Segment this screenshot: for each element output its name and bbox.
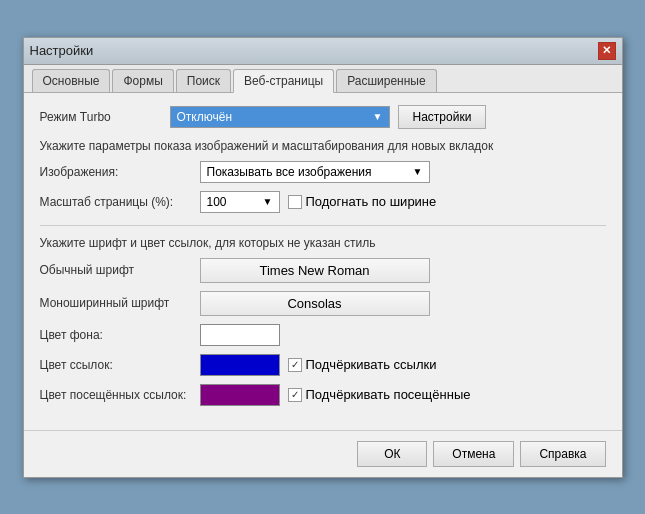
tab-forms[interactable]: Формы [112,69,173,92]
bg-color-row: Цвет фона: [40,324,606,346]
images-label: Изображения: [40,165,200,179]
tab-webpages[interactable]: Веб-страницы [233,69,334,93]
ok-button[interactable]: ОК [357,441,427,467]
tab-main[interactable]: Основные [32,69,111,92]
turbo-combo[interactable]: Отключён ▼ [170,106,390,128]
images-section: Укажите параметры показа изображений и м… [40,139,606,213]
dialog: Настройки ✕ Основные Формы Поиск Веб-стр… [23,37,623,478]
mono-font-label: Моноширинный шрифт [40,296,200,310]
images-section-description: Укажите параметры показа изображений и м… [40,139,606,153]
underline-links-row: Подчёркивать ссылки [288,357,437,372]
tab-search[interactable]: Поиск [176,69,231,92]
tab-advanced[interactable]: Расширенные [336,69,437,92]
close-button[interactable]: ✕ [598,42,616,60]
bg-color-picker[interactable] [200,324,280,346]
underline-visited-checkbox[interactable] [288,388,302,402]
title-bar: Настройки ✕ [24,38,622,65]
fit-label: Подогнать по ширине [306,194,437,209]
turbo-arrow-icon: ▼ [373,111,383,122]
cancel-button[interactable]: Отмена [433,441,514,467]
help-button[interactable]: Справка [520,441,605,467]
fit-checkbox-row: Подогнать по ширине [288,194,437,209]
link-color-picker[interactable] [200,354,280,376]
link-color-label: Цвет ссылок: [40,358,200,372]
turbo-label: Режим Turbo [40,110,170,124]
underline-links-checkbox[interactable] [288,358,302,372]
content-area: Режим Turbo Отключён ▼ Настройки Укажите… [24,93,622,430]
scale-label: Масштаб страницы (%): [40,195,200,209]
visited-color-label: Цвет посещённых ссылок: [40,388,200,402]
images-value: Показывать все изображения [207,165,413,179]
fonts-section: Укажите шрифт и цвет ссылок, для которых… [40,236,606,406]
scale-combo[interactable]: 100 ▼ [200,191,280,213]
mono-font-button[interactable]: Consolas [200,291,430,316]
fit-checkbox[interactable] [288,195,302,209]
link-color-row: Цвет ссылок: Подчёркивать ссылки [40,354,606,376]
scale-value: 100 [207,195,263,209]
bottom-bar: ОК Отмена Справка [24,430,622,477]
dialog-title: Настройки [30,43,94,58]
turbo-row: Режим Turbo Отключён ▼ Настройки [40,105,606,129]
visited-color-picker[interactable] [200,384,280,406]
bg-color-label: Цвет фона: [40,328,200,342]
images-row: Изображения: Показывать все изображения … [40,161,606,183]
underline-visited-row: Подчёркивать посещённые [288,387,471,402]
normal-font-button[interactable]: Times New Roman [200,258,430,283]
separator [40,225,606,226]
normal-font-row: Обычный шрифт Times New Roman [40,258,606,283]
turbo-settings-button[interactable]: Настройки [398,105,487,129]
scale-row: Масштаб страницы (%): 100 ▼ Подогнать по… [40,191,606,213]
normal-font-label: Обычный шрифт [40,263,200,277]
images-arrow-icon: ▼ [413,166,423,177]
images-combo[interactable]: Показывать все изображения ▼ [200,161,430,183]
scale-arrow-icon: ▼ [263,196,273,207]
turbo-value: Отключён [177,110,369,124]
visited-color-row: Цвет посещённых ссылок: Подчёркивать пос… [40,384,606,406]
fonts-section-description: Укажите шрифт и цвет ссылок, для которых… [40,236,606,250]
mono-font-row: Моноширинный шрифт Consolas [40,291,606,316]
underline-links-label: Подчёркивать ссылки [306,357,437,372]
tab-bar: Основные Формы Поиск Веб-страницы Расшир… [24,65,622,93]
underline-visited-label: Подчёркивать посещённые [306,387,471,402]
